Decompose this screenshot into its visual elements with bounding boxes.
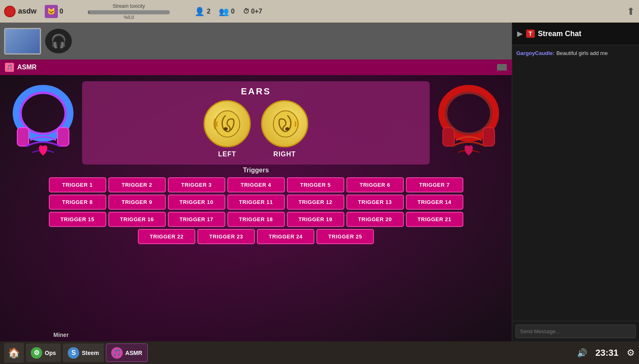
steem-icon: S <box>68 347 79 359</box>
trigger-10-button[interactable]: TRIGGER 10 <box>168 195 225 210</box>
trigger-25-button[interactable]: TRIGGER 25 <box>316 229 374 244</box>
chat-title: Stream Chat <box>538 30 582 38</box>
svg-point-5 <box>224 127 228 130</box>
trigger-5-button[interactable]: TRIGGER 5 <box>287 177 344 192</box>
trigger-20-button[interactable]: TRIGGER 20 <box>346 212 404 227</box>
triggers-grid: TRIGGER 1 TRIGGER 2 TRIGGER 3 TRIGGER 4 … <box>6 177 506 244</box>
settings-icon[interactable]: ⚙ <box>627 348 635 358</box>
app-name: asdw <box>18 7 37 16</box>
right-ear-icon <box>261 100 308 147</box>
clock-display: 23:31 <box>595 348 618 358</box>
svg-point-1 <box>21 93 66 134</box>
headphone-red-svg <box>434 82 504 158</box>
headphone-left <box>8 81 78 159</box>
logo-circle <box>4 6 16 17</box>
trigger-6-button[interactable]: TRIGGER 6 <box>346 177 404 192</box>
main-area: 🎧 🎵 ASMR <box>0 23 639 341</box>
left-content: 🎧 🎵 ASMR <box>0 23 512 341</box>
timer-icon: ⏱ <box>243 8 250 15</box>
ears-row: LEFT <box>204 100 308 158</box>
triggers-row-4: TRIGGER 22 TRIGGER 23 TRIGGER 24 TRIGGER… <box>138 229 374 244</box>
trigger-24-button[interactable]: TRIGGER 24 <box>257 229 314 244</box>
triggers-section: Triggers TRIGGER 1 TRIGGER 2 TRIGGER 3 T… <box>0 167 512 248</box>
chat-text: Beautiful girls add me <box>557 50 608 56</box>
ops-label: Ops <box>45 350 56 356</box>
ops-icon: ⚙ <box>31 347 42 359</box>
asmr-header-title: ASMR <box>17 64 37 71</box>
trigger-22-button[interactable]: TRIGGER 22 <box>138 229 195 244</box>
steem-app-button[interactable]: S Steem <box>63 343 104 362</box>
stream-preview: 🎧 <box>0 23 512 60</box>
trigger-21-button[interactable]: TRIGGER 21 <box>406 212 463 227</box>
toxicity-section: Stream toxicity %0,0 <box>71 3 186 20</box>
followers-stat: 👥 0 <box>219 7 235 16</box>
trigger-3-button[interactable]: TRIGGER 3 <box>168 177 225 192</box>
left-ear-label: LEFT <box>218 151 236 158</box>
trigger-2-button[interactable]: TRIGGER 2 <box>108 177 166 192</box>
triggers-row-3: TRIGGER 15 TRIGGER 16 TRIGGER 17 TRIGGER… <box>49 212 463 227</box>
toxicity-bar-fill <box>88 10 89 14</box>
trigger-23-button[interactable]: TRIGGER 23 <box>197 229 255 244</box>
ears-box: EARS <box>82 81 430 165</box>
home-icon: 🏠 <box>8 347 20 359</box>
triggers-label: Triggers <box>6 167 506 174</box>
chat-message: GargoyCaudle: Beautiful girls add me <box>516 49 635 57</box>
chat-input-area <box>512 321 639 341</box>
app-logo: asdw <box>4 6 37 17</box>
avatar-icon: 🐱 <box>45 5 58 18</box>
triggers-row-2: TRIGGER 8 TRIGGER 9 TRIGGER 10 TRIGGER 1… <box>49 195 463 210</box>
timer-stat: ⏱ 0+7 <box>243 8 262 15</box>
volume-control[interactable]: 🔊 <box>577 348 587 358</box>
cloud-icon[interactable]: ⬆ <box>627 6 635 17</box>
svg-rect-3 <box>57 128 69 146</box>
preview-headphone: 🎧 <box>45 29 72 53</box>
trigger-11-button[interactable]: TRIGGER 11 <box>227 195 285 210</box>
home-icon-button[interactable]: 🏠 <box>4 343 24 363</box>
trigger-15-button[interactable]: TRIGGER 15 <box>49 212 106 227</box>
viewers-count: 2 <box>207 8 211 15</box>
left-ear-icon <box>204 100 251 147</box>
svg-point-7 <box>285 127 289 130</box>
miner-label: Miner <box>53 332 69 338</box>
left-ear-button[interactable]: LEFT <box>204 100 251 158</box>
asmr-bottom-label: ASMR <box>125 350 142 356</box>
svg-rect-11 <box>483 128 495 146</box>
trigger-9-button[interactable]: TRIGGER 9 <box>108 195 166 210</box>
trigger-13-button[interactable]: TRIGGER 13 <box>346 195 404 210</box>
left-ear-svg <box>211 108 244 140</box>
bottom-bar: 🏠 ⚙ Ops S Steem 🎵 ASMR 🔊 23:31 ⚙ <box>0 341 639 364</box>
toxicity-label: Stream toxicity <box>113 3 145 9</box>
minimize-button[interactable] <box>497 64 507 71</box>
trigger-17-button[interactable]: TRIGGER 17 <box>168 212 225 227</box>
asmr-header-icon: 🎵 <box>5 63 14 72</box>
trigger-16-button[interactable]: TRIGGER 16 <box>108 212 166 227</box>
svg-point-9 <box>446 93 491 134</box>
top-bar: asdw 🐱 0 Stream toxicity %0,0 👤 2 👥 0 ⏱ … <box>0 0 639 23</box>
chat-messages: GargoyCaudle: Beautiful girls add me <box>512 45 639 321</box>
viewers-icon: 👤 <box>195 7 205 16</box>
chat-message-input[interactable] <box>515 325 636 338</box>
stream-chat: ▶ T Stream Chat GargoyCaudle: Beautiful … <box>512 23 639 341</box>
headphone-blue-svg <box>8 82 78 158</box>
trigger-1-button[interactable]: TRIGGER 1 <box>49 177 106 192</box>
ears-title: EARS <box>241 86 271 97</box>
toxicity-bar <box>88 10 170 14</box>
svg-rect-2 <box>17 128 29 146</box>
avatar-section: 🐱 0 <box>45 5 63 18</box>
chat-header: ▶ T Stream Chat <box>512 23 639 45</box>
followers-count: 0 <box>231 8 235 15</box>
trigger-8-button[interactable]: TRIGGER 8 <box>49 195 106 210</box>
ops-app-button[interactable]: ⚙ Ops <box>26 343 61 362</box>
trigger-4-button[interactable]: TRIGGER 4 <box>227 177 285 192</box>
asmr-header: 🎵 ASMR <box>0 60 512 75</box>
viewers-stat: 👤 2 <box>195 7 211 16</box>
chat-t-badge: T <box>526 30 535 38</box>
trigger-12-button[interactable]: TRIGGER 12 <box>287 195 344 210</box>
trigger-19-button[interactable]: TRIGGER 19 <box>287 212 344 227</box>
asmr-panel: 🎵 ASMR <box>0 60 512 341</box>
right-ear-button[interactable]: RIGHT <box>261 100 308 158</box>
asmr-app-button[interactable]: 🎵 ASMR <box>106 343 147 362</box>
trigger-18-button[interactable]: TRIGGER 18 <box>227 212 285 227</box>
trigger-14-button[interactable]: TRIGGER 14 <box>406 195 463 210</box>
trigger-7-button[interactable]: TRIGGER 7 <box>406 177 463 192</box>
